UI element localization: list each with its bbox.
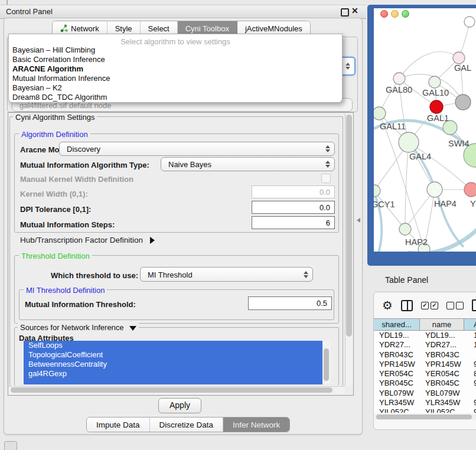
dpi-tolerance-label: DPI Tolerance [0,1]: — [20, 205, 91, 214]
network-node-label: GCY1 — [374, 200, 395, 209]
network-node-label: HAP2 — [405, 237, 428, 247]
table-hscrollbar[interactable] — [375, 414, 476, 420]
algorithm-option[interactable]: Dream8 DC_TDC Algorithm — [12, 93, 338, 102]
network-node[interactable] — [374, 185, 380, 197]
select-all-checks-icon[interactable]: ✓ ✓ — [421, 302, 438, 309]
network-node[interactable] — [399, 132, 419, 152]
settings-hscroll-thumb[interactable] — [11, 387, 332, 393]
table-row[interactable]: YBL079WYBL079W — [374, 389, 476, 398]
mi-threshold-label: Mutual Information Threshold: — [25, 300, 136, 309]
split-columns-icon[interactable] — [401, 300, 413, 311]
network-node-label: HAP4 — [434, 199, 457, 208]
table-cell — [464, 350, 476, 360]
network-node[interactable] — [399, 223, 411, 235]
attribute-item-partial[interactable] — [24, 379, 322, 384]
splitter-collapse-icon[interactable] — [357, 218, 360, 223]
float-window-icon[interactable] — [341, 8, 349, 17]
kernel-width-field[interactable]: 0.0 — [252, 185, 335, 198]
table-row[interactable]: YIL052CYIL052C9 — [374, 407, 476, 413]
network-node[interactable] — [393, 73, 405, 84]
table-header-row: shared... name A — [374, 318, 476, 331]
network-node[interactable] — [464, 17, 475, 27]
network-edge[interactable] — [409, 142, 471, 190]
mi-steps-label: Mutual Information Steps: — [20, 220, 115, 229]
network-node[interactable] — [430, 100, 443, 113]
table-hscroll-thumb[interactable] — [376, 415, 472, 419]
mi-steps-field[interactable]: 6 — [252, 216, 335, 229]
network-node[interactable] — [464, 182, 476, 197]
table-row[interactable]: YPR145WYPR145W9. — [374, 360, 476, 369]
attr-list-scrollbar[interactable] — [322, 341, 331, 384]
network-edge[interactable] — [399, 52, 459, 79]
algorithm-option[interactable]: Bayesian – Hill Climbing — [12, 45, 338, 55]
aracne-mode-combo[interactable]: Discovery — [59, 142, 335, 156]
settings-vscroll-thumb[interactable] — [346, 115, 352, 337]
network-node-label: GAL80 — [386, 85, 412, 94]
mi-type-label: Mutual Information Algorithm Type: — [20, 161, 149, 169]
col-name[interactable]: name — [420, 319, 464, 330]
algorithm-option[interactable]: Bayesian – K2 — [12, 83, 338, 93]
table-row[interactable]: YBR043CYBR043C — [374, 350, 476, 360]
top-edge-artifact — [6, 0, 8, 5]
gear-icon[interactable]: ⚙ — [382, 299, 393, 311]
algorithm-option[interactable]: ARACNE Algorithm — [12, 64, 338, 74]
sources-toggle[interactable]: Sources for Network Inference — [18, 323, 139, 332]
table-row[interactable]: YBR045CYBR045C9. — [374, 379, 476, 388]
network-node[interactable] — [427, 182, 442, 197]
network-node[interactable] — [374, 107, 386, 120]
network-node[interactable] — [455, 94, 471, 110]
attribute-item[interactable]: TopologicalCoefficient — [24, 350, 327, 360]
table-cell: YPR145W — [374, 360, 420, 369]
algorithm-definition-title: Algorithm Definition — [19, 130, 90, 139]
dpi-tolerance-field[interactable]: 0.0 — [252, 201, 335, 214]
new-table-icon[interactable] — [472, 299, 476, 311]
table-cell: YDR27... — [420, 340, 464, 350]
hub-definition-toggle[interactable]: Hub/Transcription Factor Definition — [20, 236, 155, 244]
table-cell: 9. — [464, 379, 476, 388]
tab-infer-network[interactable]: Infer Network — [223, 418, 289, 432]
col-shared-name[interactable]: shared... — [374, 319, 420, 330]
node-table: shared... name A YDL19...YDL19...13YDR27… — [374, 318, 476, 413]
table-panel-title: Table Panel — [385, 275, 428, 285]
tab-discretize-data[interactable]: Discretize Data — [150, 418, 224, 432]
network-node-label: Y — [470, 199, 476, 208]
mi-threshold-field[interactable]: 0.5 — [248, 296, 332, 310]
table-cell: YDR27... — [374, 340, 420, 350]
table-cell: YBL079W — [374, 389, 420, 398]
network-canvas-area[interactable]: GALGAL80GAL10GAL1GAL11SWI4GAL4GCY1HAP4YH… — [374, 8, 476, 252]
deselect-all-checks-icon[interactable] — [446, 302, 464, 309]
combo-arrows-icon — [325, 161, 330, 168]
combo-arrows-icon — [304, 271, 308, 278]
kernel-width-label: Kernel Width (0,1): — [20, 190, 88, 198]
network-node[interactable] — [453, 52, 465, 64]
algorithm-option[interactable]: Mutual Information Inference — [12, 74, 338, 83]
table-cell: YLR345W — [420, 398, 464, 407]
table-row[interactable]: YER054CYER054C8. — [374, 369, 476, 379]
bottom-left-partial-button[interactable] — [4, 441, 17, 450]
apply-button[interactable]: Apply — [158, 398, 201, 413]
table-cell: 9. — [464, 398, 476, 407]
attribute-item[interactable]: BetweennessCentrality — [24, 360, 327, 369]
table-cell: YER054C — [374, 369, 420, 379]
network-node[interactable] — [429, 76, 441, 88]
combo-arrows-icon — [325, 145, 330, 152]
table-cell: 12 — [464, 340, 476, 350]
manual-kernel-label: Manual Kernel Width Definition — [20, 175, 133, 184]
attribute-item[interactable]: gal4RGexp — [24, 369, 327, 379]
which-threshold-combo[interactable]: MI Threshold — [140, 267, 313, 282]
network-node-label: GAL10 — [422, 88, 449, 97]
col-avg[interactable]: A — [464, 319, 476, 330]
manual-kernel-checkbox[interactable] — [321, 174, 331, 183]
panel-title: Control Panel — [6, 7, 53, 16]
chevron-right-icon — [150, 237, 155, 244]
close-icon[interactable]: ✕ — [351, 6, 358, 15]
table-row[interactable]: YDR27...YDR27...12 — [374, 340, 476, 350]
attribute-item[interactable]: SelfLoops — [24, 341, 327, 350]
attr-scroll-thumb[interactable] — [324, 348, 329, 381]
mi-type-combo[interactable]: Naive Bayes — [161, 157, 335, 171]
network-edge[interactable] — [405, 142, 409, 229]
table-row[interactable]: YDL19...YDL19...13 — [374, 331, 476, 340]
algorithm-option[interactable]: Basic Correlation Inference — [12, 55, 338, 64]
table-row[interactable]: YLR345WYLR345W9. — [374, 398, 476, 407]
tab-impute-data[interactable]: Impute Data — [87, 418, 150, 432]
